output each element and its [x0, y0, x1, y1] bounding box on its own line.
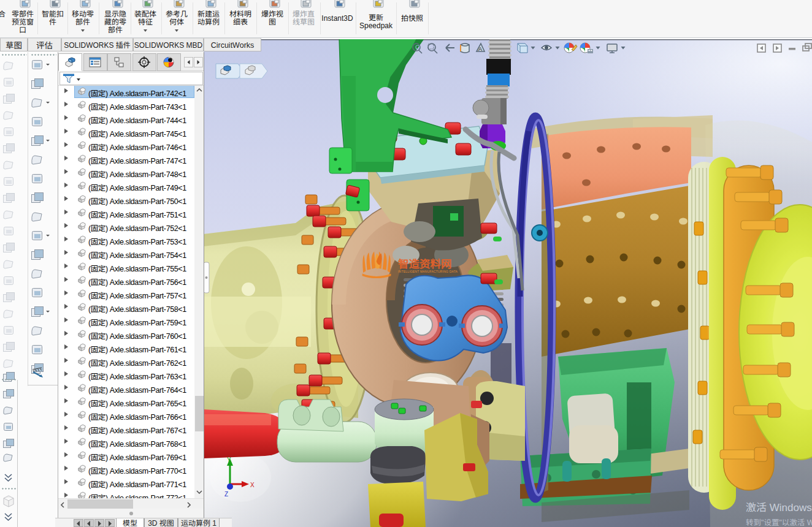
svg-text:A: A — [478, 45, 482, 53]
svg-text:转到"设置"以激活 Windows。: 转到"设置"以激活 Windows。 — [746, 516, 812, 527]
svg-text:Z: Z — [224, 489, 228, 498]
svg-text:激活 Windows: 激活 Windows — [746, 499, 812, 514]
svg-text:X: X — [250, 480, 255, 489]
svg-text:Y: Y — [227, 455, 231, 464]
svg-text:INTELLIGENT MANUFACTURING DATA: INTELLIGENT MANUFACTURING DATA — [398, 269, 458, 273]
